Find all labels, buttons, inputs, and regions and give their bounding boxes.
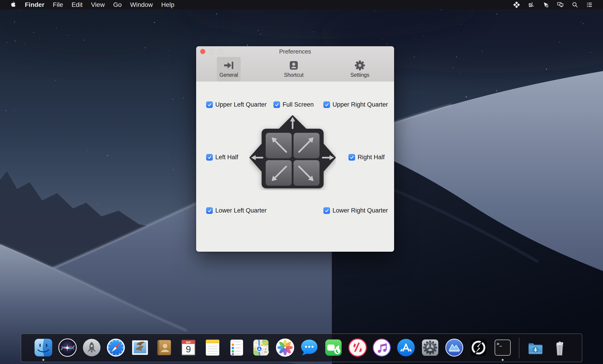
checkbox-box[interactable]: [206, 207, 213, 214]
dock-separator: [519, 338, 519, 358]
cursor-icon[interactable]: [542, 1, 549, 8]
apple-menu[interactable]: [10, 2, 16, 8]
window-manager-icon[interactable]: [513, 1, 520, 8]
snap-right-icon: [223, 59, 235, 72]
displays-icon[interactable]: [557, 1, 564, 8]
checkbox-lower-left-quarter[interactable]: Lower Left Quarter: [206, 207, 267, 214]
dock-notes[interactable]: [203, 338, 222, 357]
contact-card-icon: [288, 59, 300, 72]
checkbox-box[interactable]: [206, 101, 213, 108]
checkbox-label: Upper Left Quarter: [215, 101, 267, 108]
window-chrome: Preferences GeneralShortcutSettings: [196, 46, 394, 82]
dock-system-preferences[interactable]: [420, 338, 440, 357]
checkbox-box[interactable]: [206, 154, 213, 161]
checkbox-box[interactable]: [323, 101, 330, 108]
running-indicator: [42, 359, 44, 361]
checkbox-label: Right Half: [358, 154, 385, 161]
tab-label: General: [220, 72, 238, 78]
terminal-prompt-glyph: >_: [497, 342, 502, 346]
dock-itunes[interactable]: [372, 338, 392, 357]
window-snap-graphic: [249, 115, 336, 190]
window-content: Upper Left QuarterFull ScreenUpper Right…: [196, 82, 394, 252]
checkbox-upper-right-quarter[interactable]: Upper Right Quarter: [323, 101, 388, 108]
tab-label: Settings: [350, 72, 369, 78]
dock-reminders[interactable]: [227, 338, 246, 357]
dock-finder[interactable]: [34, 338, 53, 357]
zoom-button[interactable]: [218, 49, 223, 54]
dock-news[interactable]: [348, 338, 367, 357]
list-icon[interactable]: [586, 1, 593, 8]
checkbox-label: Lower Right Quarter: [333, 207, 388, 214]
dock-messages[interactable]: [300, 338, 319, 357]
tab-general[interactable]: General: [217, 57, 241, 81]
calendar-day-label: 9: [186, 344, 191, 354]
dock-lightning-app[interactable]: [469, 338, 488, 357]
dock-siri[interactable]: [58, 338, 77, 357]
traffic-lights: [200, 49, 223, 54]
close-button[interactable]: [200, 49, 205, 54]
dock-contacts[interactable]: [154, 338, 174, 357]
checkbox-lower-right-quarter[interactable]: Lower Right Quarter: [323, 207, 388, 214]
checkbox-upper-left-quarter[interactable]: Upper Left Quarter: [206, 101, 267, 108]
tab-shortcut[interactable]: Shortcut: [282, 57, 306, 81]
checkbox-label: Lower Left Quarter: [215, 207, 267, 214]
dock-photos[interactable]: [275, 338, 295, 357]
checkbox-left-half[interactable]: Left Half: [206, 154, 238, 161]
dock-launchpad[interactable]: [82, 338, 102, 357]
dock-facetime[interactable]: [324, 338, 343, 357]
gear-icon: [354, 59, 366, 72]
dock-trash[interactable]: [550, 338, 569, 357]
checkbox-label: Full Screen: [283, 101, 314, 108]
dock-mail[interactable]: [130, 338, 150, 357]
window-titlebar[interactable]: Preferences: [196, 46, 394, 57]
dock-app-store[interactable]: [396, 338, 416, 357]
tab-label: Shortcut: [284, 72, 303, 78]
checkbox-label: Left Half: [215, 154, 238, 161]
menu-file[interactable]: File: [53, 0, 63, 10]
menu-help[interactable]: Help: [161, 0, 174, 10]
dock-terminal[interactable]: >_: [493, 338, 512, 357]
dock-downloads[interactable]: [526, 338, 545, 357]
menu-window[interactable]: Window: [130, 0, 153, 10]
checkbox-full-screen[interactable]: Full Screen: [273, 101, 314, 108]
menu-go[interactable]: Go: [113, 0, 122, 10]
dock: SEP93D>_: [21, 333, 582, 362]
apple-icon: [10, 1, 16, 8]
tab-settings[interactable]: Settings: [348, 57, 372, 81]
menu-edit[interactable]: Edit: [72, 0, 82, 10]
preferences-window: Preferences GeneralShortcutSettings Uppe…: [196, 46, 394, 252]
maps-3d-badge: 3D: [264, 350, 267, 353]
minimize-button[interactable]: [209, 49, 214, 54]
dock-safari[interactable]: [106, 338, 126, 357]
dock-maps[interactable]: 3D: [251, 338, 271, 357]
menu-view[interactable]: View: [91, 0, 105, 10]
checkbox-box[interactable]: [273, 101, 280, 108]
menu-bar: FinderFileEditViewGoWindowHelp: [0, 0, 603, 10]
dock-calendar[interactable]: SEP9: [179, 338, 198, 357]
menu-items: FinderFileEditViewGoWindowHelp: [25, 0, 174, 10]
checkbox-box[interactable]: [323, 207, 330, 214]
toolbar-tabs: GeneralShortcutSettings: [196, 57, 394, 82]
forklift-icon[interactable]: [528, 1, 534, 8]
dock-mountain-app[interactable]: [444, 338, 464, 357]
calendar-month-label: SEP: [186, 341, 191, 344]
spotlight-icon[interactable]: [571, 1, 578, 8]
running-indicator: [502, 359, 504, 361]
checkbox-box[interactable]: [348, 154, 355, 161]
window-title: Preferences: [279, 48, 311, 55]
status-icons: [513, 1, 593, 8]
checkbox-right-half[interactable]: Right Half: [348, 154, 385, 161]
menu-finder[interactable]: Finder: [25, 0, 45, 10]
checkbox-label: Upper Right Quarter: [333, 101, 388, 108]
